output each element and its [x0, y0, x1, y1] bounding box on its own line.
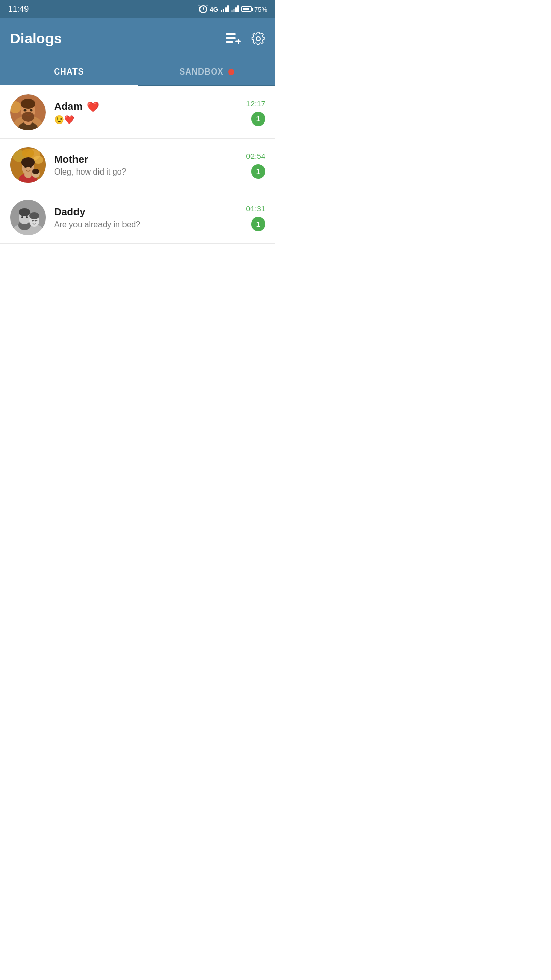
sandbox-notification-dot — [228, 69, 234, 75]
svg-point-42 — [26, 216, 28, 218]
chat-name-mother: Mother — [54, 154, 88, 165]
svg-point-25 — [22, 149, 34, 158]
svg-point-30 — [24, 171, 32, 178]
settings-icon[interactable] — [251, 32, 265, 46]
chat-meta-daddy: 01:31 1 — [246, 204, 265, 231]
chat-name-row-adam: Adam ❤️ — [54, 101, 238, 113]
chat-name-daddy: Daddy — [54, 206, 85, 218]
chat-list: Adam ❤️ 😉❤️ 12:17 1 — [0, 86, 276, 244]
svg-rect-10 — [235, 41, 241, 42]
svg-point-41 — [21, 216, 23, 218]
status-icons: 4G 75% — [199, 5, 267, 14]
chat-content-daddy: Daddy Are you already in bed? — [54, 206, 238, 229]
status-time: 11:49 — [8, 5, 29, 14]
unread-badge-mother: 1 — [251, 164, 265, 179]
chat-time-mother: 02:54 — [246, 152, 265, 160]
tab-chats-label: CHATS — [54, 67, 84, 76]
chat-content-mother: Mother Oleg, how did it go? — [54, 154, 238, 177]
svg-point-32 — [30, 166, 32, 168]
chat-item-mother[interactable]: Mother Oleg, how did it go? 02:54 1 — [0, 139, 276, 191]
chat-preview-daddy: Are you already in bed? — [54, 220, 140, 229]
chat-meta-mother: 02:54 1 — [246, 152, 265, 179]
chat-item-daddy[interactable]: Daddy Are you already in bed? 01:31 1 — [0, 191, 276, 244]
svg-rect-8 — [226, 41, 233, 43]
unread-badge-daddy: 1 — [251, 217, 265, 231]
header: Dialogs — [0, 18, 276, 59]
chat-name-emoji-adam: ❤️ — [87, 101, 99, 113]
signal-icon — [221, 5, 229, 14]
svg-point-34 — [32, 169, 39, 174]
battery-percent: 75% — [254, 6, 267, 13]
chat-name-adam: Adam — [54, 101, 83, 112]
svg-point-28 — [21, 157, 35, 167]
chat-meta-adam: 12:17 1 — [246, 99, 265, 126]
tab-sandbox-label: SANDBOX — [179, 67, 223, 77]
compose-icon[interactable] — [226, 33, 241, 45]
avatar-adam — [10, 94, 46, 130]
network-label: 4G — [210, 6, 218, 13]
svg-point-17 — [22, 112, 34, 122]
tabs: CHATS SANDBOX — [0, 59, 276, 86]
tab-sandbox[interactable]: SANDBOX — [138, 59, 276, 85]
svg-point-19 — [30, 109, 33, 112]
svg-point-44 — [29, 212, 39, 219]
signal-icon-2 — [231, 5, 239, 14]
chat-time-adam: 12:17 — [246, 99, 265, 108]
chat-content-adam: Adam ❤️ 😉❤️ — [54, 101, 238, 125]
battery-icon — [241, 6, 252, 13]
status-bar: 11:49 4G 75% — [0, 0, 276, 18]
svg-point-16 — [21, 99, 35, 109]
avatar-daddy — [10, 200, 46, 235]
chat-name-row-mother: Mother — [54, 154, 238, 165]
page-title: Dialogs — [10, 31, 62, 47]
chat-name-row-daddy: Daddy — [54, 206, 238, 218]
chat-preview-adam: 😉❤️ — [54, 115, 74, 124]
alarm-icon — [199, 5, 207, 13]
svg-rect-7 — [226, 37, 236, 39]
chat-item-adam[interactable]: Adam ❤️ 😉❤️ 12:17 1 — [0, 86, 276, 139]
chat-time-daddy: 01:31 — [246, 204, 265, 213]
unread-badge-adam: 1 — [251, 112, 265, 126]
header-actions — [226, 32, 265, 46]
svg-point-31 — [24, 166, 27, 168]
chat-preview-mother: Oleg, how did it go? — [54, 167, 126, 176]
tab-chats[interactable]: CHATS — [0, 59, 138, 85]
svg-point-40 — [19, 208, 30, 216]
svg-rect-6 — [226, 33, 236, 35]
svg-point-26 — [33, 156, 43, 164]
avatar-mother — [10, 147, 46, 183]
svg-point-18 — [24, 109, 27, 112]
